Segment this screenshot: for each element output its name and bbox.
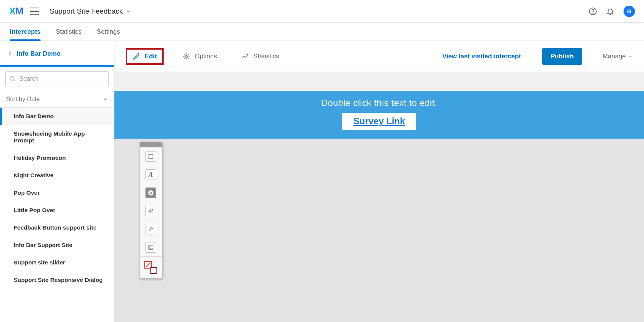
- list-item[interactable]: Night Creative: [0, 167, 114, 184]
- color-swatch-icon: [144, 261, 157, 274]
- sort-label: Sort by Date: [6, 96, 40, 103]
- survey-link-box: Survey Link: [342, 113, 416, 130]
- tool-palette[interactable]: A: [139, 142, 162, 278]
- image-icon: [145, 242, 156, 253]
- sort-selector[interactable]: Sort by Date: [0, 91, 114, 108]
- notifications-icon[interactable]: [606, 7, 614, 16]
- menu-icon[interactable]: [30, 8, 39, 15]
- search-box: [5, 71, 109, 86]
- user-avatar[interactable]: G: [624, 6, 635, 17]
- avatar-initial: G: [627, 8, 631, 14]
- link-tool[interactable]: [140, 202, 162, 220]
- info-bar-text[interactable]: Double click this text to edit.: [114, 98, 644, 108]
- edit-label: Edit: [145, 53, 157, 60]
- svg-point-4: [185, 55, 187, 57]
- list-item[interactable]: Little Pop Over: [0, 202, 114, 219]
- list-item[interactable]: Snowshoeing Mobile App Prompt: [0, 125, 114, 149]
- box-tool[interactable]: [140, 147, 162, 166]
- content-panel: Edit Options Statistics View last visite…: [114, 41, 644, 322]
- palette-drag-handle[interactable]: [140, 142, 162, 147]
- list-item[interactable]: Support Site Responsive Dialog: [0, 271, 114, 289]
- editor-canvas[interactable]: Double click this text to edit. Survey L…: [114, 72, 644, 322]
- statistics-button[interactable]: Statistics: [236, 48, 284, 65]
- list-item[interactable]: Pop Over: [0, 184, 114, 202]
- project-title-text: Support Site Feedback: [50, 7, 123, 16]
- info-bar-creative[interactable]: Double click this text to edit. Survey L…: [114, 91, 644, 139]
- gear-icon: [183, 53, 190, 60]
- list-item[interactable]: Info Bar Support Site: [0, 236, 114, 254]
- section-tabs: Intercepts Statistics Settings: [0, 23, 644, 41]
- target-link-icon: [145, 224, 156, 234]
- statistics-label: Statistics: [253, 53, 279, 60]
- rectangle-icon: [145, 151, 156, 162]
- app-logo: XM: [9, 5, 23, 17]
- list-item[interactable]: Holiday Promotion: [0, 149, 114, 167]
- options-button[interactable]: Options: [177, 48, 222, 65]
- text-tool[interactable]: A: [140, 166, 162, 184]
- svg-point-2: [10, 77, 14, 81]
- search-input[interactable]: [5, 71, 109, 86]
- list-item[interactable]: Info Bar Demo: [0, 108, 114, 125]
- search-icon: [9, 75, 16, 82]
- chevron-down-icon: [126, 9, 131, 14]
- canvas-top-spacer: [114, 72, 644, 91]
- breadcrumb-title[interactable]: Info Bar Demo: [17, 50, 61, 58]
- manage-label: Manage: [603, 53, 626, 60]
- breadcrumb-bar: Info Bar Demo: [0, 41, 114, 67]
- chevron-down-icon: [103, 97, 108, 102]
- colors-tool[interactable]: [140, 257, 162, 278]
- creative-list: Info Bar Demo Snowshoeing Mobile App Pro…: [0, 108, 114, 322]
- sidebar: Info Bar Demo Sort by Date Info Bar Demo…: [0, 41, 114, 322]
- main-area: Info Bar Demo Sort by Date Info Bar Demo…: [0, 41, 644, 322]
- project-selector[interactable]: Support Site Feedback: [50, 7, 131, 16]
- survey-link[interactable]: Survey Link: [353, 116, 405, 126]
- list-item[interactable]: Support site slider: [0, 254, 114, 271]
- help-icon[interactable]: [589, 7, 597, 16]
- svg-line-11: [146, 263, 150, 267]
- list-item[interactable]: Feedback Button support site: [0, 219, 114, 236]
- search-wrap: [0, 67, 114, 91]
- editor-toolbar: Edit Options Statistics View last visite…: [114, 41, 644, 72]
- back-chevron-icon[interactable]: [7, 50, 13, 58]
- chart-line-icon: [241, 53, 249, 60]
- close-circle-icon: [145, 188, 156, 198]
- app-header: XM Support Site Feedback G: [0, 0, 644, 23]
- svg-rect-5: [149, 155, 153, 159]
- tab-intercepts[interactable]: Intercepts: [10, 23, 41, 41]
- publish-button[interactable]: Publish: [542, 48, 582, 65]
- view-last-visited-link[interactable]: View last visited intercept: [442, 53, 521, 60]
- tab-statistics[interactable]: Statistics: [56, 23, 81, 41]
- manage-dropdown[interactable]: Manage: [603, 53, 633, 60]
- tab-settings[interactable]: Settings: [97, 23, 120, 41]
- pencil-icon: [133, 53, 140, 60]
- target-tool[interactable]: [140, 220, 162, 238]
- edit-button[interactable]: Edit: [126, 48, 164, 65]
- svg-point-1: [592, 13, 593, 13]
- svg-line-3: [14, 80, 15, 81]
- link-icon: [145, 206, 156, 216]
- close-tool[interactable]: [140, 184, 162, 202]
- svg-point-10: [150, 247, 150, 247]
- text-icon: A: [145, 169, 156, 180]
- image-tool[interactable]: [140, 238, 162, 256]
- options-label: Options: [195, 53, 217, 60]
- chevron-down-icon: [628, 54, 633, 59]
